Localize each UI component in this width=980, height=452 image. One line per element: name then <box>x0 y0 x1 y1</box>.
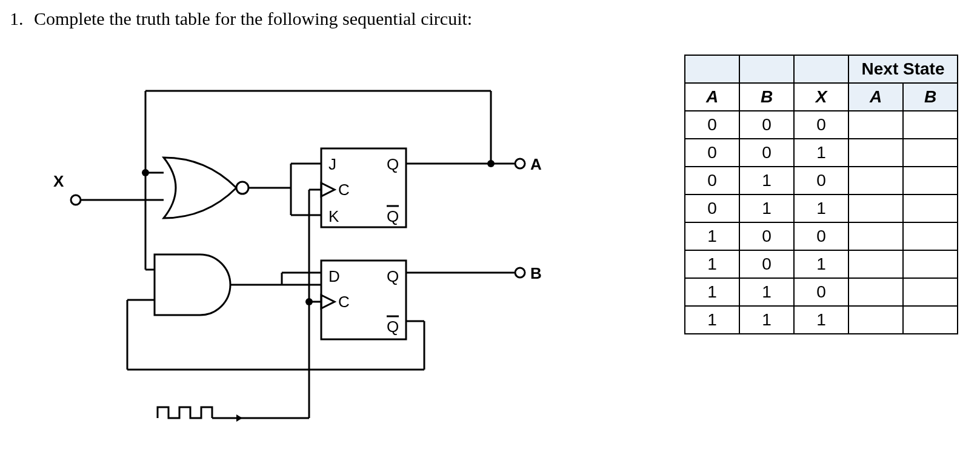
input-x-label: X <box>53 172 64 190</box>
cell-a: 1 <box>685 278 739 306</box>
cell-next-a[interactable] <box>848 194 903 222</box>
col-header-next-a: A <box>848 83 903 111</box>
cell-next-a[interactable] <box>848 222 903 250</box>
cell-next-b[interactable] <box>903 111 958 139</box>
table-row: 0 0 1 <box>685 139 958 167</box>
cell-next-a[interactable] <box>848 278 903 306</box>
circuit-diagram: X <box>42 67 570 442</box>
cell-x: 0 <box>794 222 848 250</box>
d-flipflop: D Q C Q <box>321 261 406 339</box>
cell-a: 0 <box>685 194 739 222</box>
cell-b: 1 <box>739 278 794 306</box>
question-text: Complete the truth table for the followi… <box>34 8 472 28</box>
cell-b: 1 <box>739 194 794 222</box>
cell-a: 0 <box>685 167 739 194</box>
svg-text:Q: Q <box>387 317 399 336</box>
cell-next-a[interactable] <box>848 306 903 334</box>
output-a-label: A <box>530 155 542 173</box>
cell-next-a[interactable] <box>848 111 903 139</box>
cell-x: 0 <box>794 111 848 139</box>
table-row: 1 1 1 <box>685 306 958 334</box>
cell-next-b[interactable] <box>903 139 958 167</box>
next-state-header: Next State <box>848 55 958 83</box>
nor-gate-icon <box>164 158 248 218</box>
cell-b: 1 <box>739 306 794 334</box>
svg-text:C: C <box>338 181 350 199</box>
output-b-label: B <box>530 264 542 282</box>
col-header-a: A <box>685 83 739 111</box>
circuit-svg: X <box>42 67 570 442</box>
cell-a: 0 <box>685 111 739 139</box>
cell-b: 0 <box>739 139 794 167</box>
cell-x: 1 <box>794 139 848 167</box>
svg-text:C: C <box>338 293 350 311</box>
output-a-terminal <box>515 159 525 168</box>
table-row: 1 0 1 <box>685 250 958 278</box>
cell-a: 1 <box>685 306 739 334</box>
cell-next-b[interactable] <box>903 194 958 222</box>
question-prompt: 1. Complete the truth table for the foll… <box>10 8 472 29</box>
cell-x: 0 <box>794 278 848 306</box>
table-row: 0 1 1 <box>685 194 958 222</box>
truth-table-body: 0 0 0 0 0 1 0 1 0 <box>685 111 958 334</box>
truth-table: Next State A B X A B 0 0 0 <box>684 55 958 334</box>
svg-text:J: J <box>328 155 336 173</box>
svg-text:Q: Q <box>387 267 399 285</box>
svg-text:Q: Q <box>387 155 399 173</box>
table-row: 0 0 0 <box>685 111 958 139</box>
cell-next-b[interactable] <box>903 278 958 306</box>
cell-next-b[interactable] <box>903 167 958 194</box>
jk-flipflop: J Q C K Q <box>321 148 406 227</box>
svg-point-5 <box>236 182 248 194</box>
cell-next-a[interactable] <box>848 167 903 194</box>
cell-next-b[interactable] <box>903 222 958 250</box>
col-header-x: X <box>794 83 848 111</box>
clock-icon <box>158 407 242 422</box>
svg-text:K: K <box>328 207 339 225</box>
and-gate-icon <box>155 254 230 315</box>
cell-next-a[interactable] <box>848 250 903 278</box>
page: 1. Complete the truth table for the foll… <box>0 0 980 452</box>
svg-text:Q: Q <box>387 207 399 225</box>
cell-next-a[interactable] <box>848 139 903 167</box>
table-row: 1 0 0 <box>685 222 958 250</box>
output-b-terminal <box>515 268 525 278</box>
cell-next-b[interactable] <box>903 250 958 278</box>
cell-a: 0 <box>685 139 739 167</box>
cell-b: 0 <box>739 111 794 139</box>
cell-b: 0 <box>739 222 794 250</box>
cell-b: 0 <box>739 250 794 278</box>
cell-a: 1 <box>685 222 739 250</box>
cell-x: 0 <box>794 167 848 194</box>
col-header-next-b: B <box>903 83 958 111</box>
table-row: 0 1 0 <box>685 167 958 194</box>
table-row: 1 1 0 <box>685 278 958 306</box>
junction-clock <box>305 298 313 305</box>
cell-x: 1 <box>794 306 848 334</box>
cell-x: 1 <box>794 250 848 278</box>
col-header-b: B <box>739 83 794 111</box>
cell-b: 1 <box>739 167 794 194</box>
question-number: 1. <box>10 8 24 28</box>
cell-a: 1 <box>685 250 739 278</box>
cell-next-b[interactable] <box>903 306 958 334</box>
cell-x: 1 <box>794 194 848 222</box>
svg-text:D: D <box>328 267 340 285</box>
input-x-terminal <box>71 195 81 205</box>
